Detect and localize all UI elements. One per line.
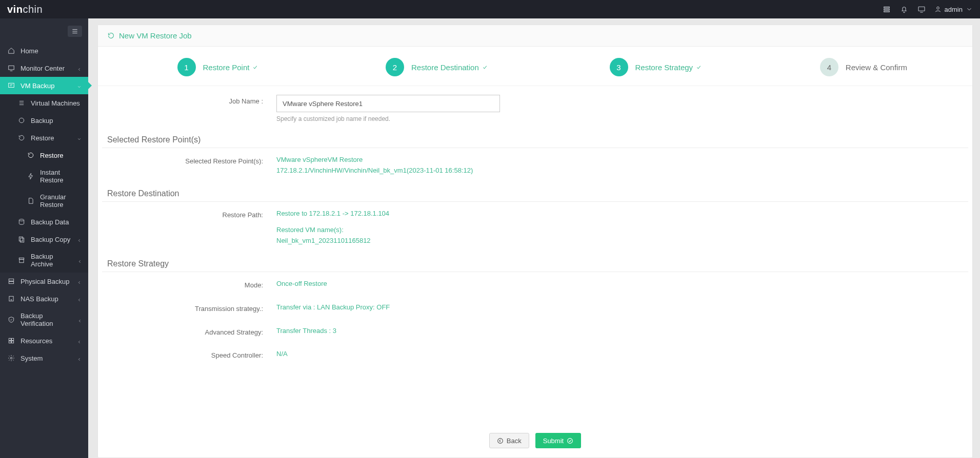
sidebar-item-backup[interactable]: Backup (0, 112, 88, 129)
sidebar-label: System (21, 355, 43, 362)
check-circle-icon (567, 438, 573, 444)
section-restore-destination: Restore Destination (102, 184, 968, 202)
chevron-left-icon (77, 66, 82, 71)
task-list-icon[interactable] (878, 0, 895, 18)
sidebar-label: Restore (31, 134, 54, 142)
chevron-left-icon (77, 296, 82, 301)
svg-point-7 (19, 118, 24, 122)
sidebar-item-monitor[interactable]: Monitor Center (0, 59, 88, 77)
svg-rect-0 (884, 7, 889, 8)
notification-bell-icon[interactable] (895, 0, 913, 18)
sidebar-item-backup-data[interactable]: Backup Data (0, 213, 88, 231)
sidebar-item-backup-copy[interactable]: Backup Copy (0, 231, 88, 248)
chevron-down-icon (77, 83, 82, 88)
sidebar-label: Granular Restore (40, 193, 82, 209)
vm-icon (7, 81, 15, 90)
step-restore-destination[interactable]: 2 Restore Destination (327, 58, 546, 76)
home-icon (7, 47, 15, 55)
sidebar-item-restore[interactable]: Restore (0, 129, 88, 147)
svg-point-22 (497, 438, 503, 443)
sidebar-label: NAS Backup (21, 295, 58, 303)
sidebar-label: Resources (21, 337, 52, 345)
sidebar-item-vms[interactable]: Virtual Machines (0, 94, 88, 112)
svg-rect-2 (884, 11, 889, 12)
archive-icon (17, 256, 26, 264)
restored-names-value: Neil_bk_vm1_20231101165812 (276, 236, 968, 246)
check-shield-icon (7, 316, 15, 324)
back-button[interactable]: Back (489, 433, 529, 448)
chevron-down-icon (966, 6, 973, 13)
svg-rect-13 (9, 279, 13, 281)
svg-rect-6 (9, 83, 14, 87)
check-icon (696, 63, 702, 72)
sidebar-item-home[interactable]: Home (0, 42, 88, 59)
check-icon (482, 63, 488, 72)
server-icon (7, 277, 15, 285)
wizard-steps: 1 Restore Point 2 Restore Destination 3 (98, 47, 972, 86)
form-body: Job Name : Specify a customized job name… (98, 86, 972, 424)
job-name-label: Job Name : (102, 95, 276, 105)
svg-rect-12 (19, 259, 24, 262)
restore-icon (107, 32, 115, 39)
advanced-value: Transfer Threads : 3 (276, 326, 968, 337)
nas-icon (7, 295, 15, 303)
sidebar-toggle[interactable] (68, 26, 82, 37)
speed-value: N/A (276, 349, 968, 360)
restore-icon (27, 151, 35, 159)
svg-point-23 (568, 438, 573, 443)
arrow-left-icon (497, 438, 504, 444)
file-icon (27, 197, 35, 205)
svg-rect-5 (9, 66, 14, 70)
panel-title: New VM Restore Job (119, 31, 192, 40)
screen-icon[interactable] (913, 0, 930, 18)
job-name-input[interactable] (276, 95, 500, 112)
brand-part1: vin (7, 4, 23, 15)
chevron-left-icon (77, 279, 82, 284)
sidebar-item-verification[interactable]: Backup Verification (0, 307, 88, 332)
sidebar-item-physical[interactable]: Physical Backup (0, 273, 88, 290)
sidebar-item-nas[interactable]: NAS Backup (0, 290, 88, 307)
check-icon (252, 63, 258, 72)
copy-icon (17, 235, 26, 243)
sidebar-item-granular-restore[interactable]: Granular Restore (0, 189, 88, 213)
mode-value: Once-off Restore (276, 279, 968, 289)
grid-icon (7, 337, 15, 345)
job-name-help: Specify a customized job name if needed. (276, 115, 968, 122)
restore-path-label: Restore Path: (102, 209, 276, 219)
user-label: admin (945, 6, 963, 13)
sidebar-label: Backup (31, 117, 53, 124)
svg-point-16 (11, 299, 12, 300)
back-button-label: Back (507, 437, 522, 445)
sidebar-item-system[interactable]: System (0, 349, 88, 367)
svg-rect-9 (19, 237, 23, 241)
topbar: vinchin admin (0, 0, 980, 18)
transmission-value: Transfer via : LAN Backup Proxy: OFF (276, 302, 968, 313)
sidebar-item-backup-archive[interactable]: Backup Archive (0, 248, 88, 273)
sidebar-item-resources[interactable]: Resources (0, 332, 88, 349)
sidebar-item-instant-restore[interactable]: Instant Restore (0, 164, 88, 189)
section-restore-strategy: Restore Strategy (102, 254, 968, 272)
step-number: 1 (177, 58, 196, 76)
chevron-left-icon (77, 338, 82, 343)
main-content: New VM Restore Job 1 Restore Point 2 Res… (88, 18, 980, 458)
sidebar-item-vm-backup[interactable]: VM Backup (0, 77, 88, 94)
svg-rect-18 (12, 338, 14, 340)
step-number: 2 (386, 58, 404, 76)
step-restore-strategy[interactable]: 3 Restore Strategy (546, 58, 765, 76)
chevron-left-icon (77, 258, 82, 263)
step-restore-point[interactable]: 1 Restore Point (108, 58, 327, 76)
gear-icon (7, 354, 15, 362)
panel-header: New VM Restore Job (98, 25, 972, 47)
submit-button[interactable]: Submit (535, 433, 581, 448)
sidebar-label: VM Backup (21, 82, 54, 90)
mode-label: Mode: (102, 279, 276, 289)
chevron-left-icon (77, 237, 82, 242)
sidebar-label: Virtual Machines (31, 99, 80, 107)
step-review-confirm[interactable]: 4 Review & Confirm (765, 58, 962, 76)
sidebar-item-restore-restore[interactable]: Restore (0, 147, 88, 164)
sidebar-label: Home (21, 47, 38, 55)
user-menu[interactable]: admin (930, 6, 973, 13)
svg-rect-19 (9, 341, 11, 343)
svg-point-4 (936, 7, 939, 9)
brand-part2: chin (23, 4, 43, 15)
